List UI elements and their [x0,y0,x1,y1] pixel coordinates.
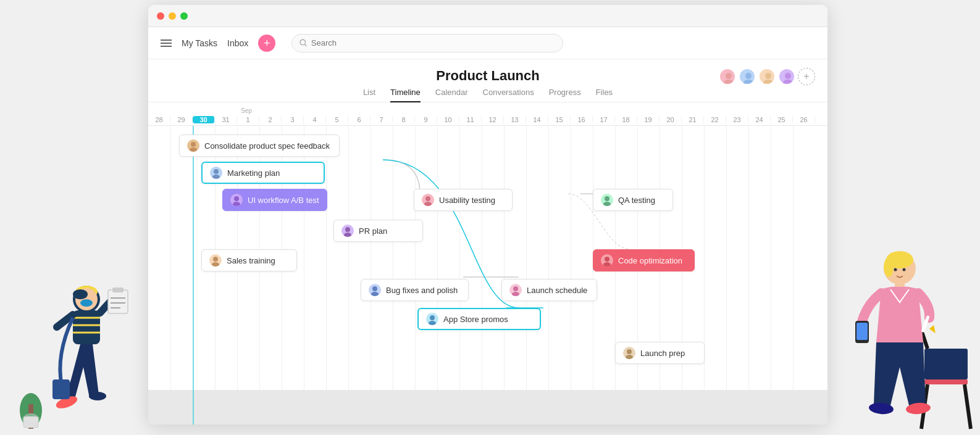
avatar[interactable] [758,68,776,85]
svg-point-8 [785,73,791,79]
svg-point-15 [233,202,240,206]
svg-point-26 [372,286,377,291]
svg-rect-45 [28,404,33,429]
task-usability-testing[interactable]: Usability testing [414,189,513,211]
svg-line-57 [57,315,73,327]
tab-conversations[interactable]: Conversations [483,88,534,102]
task-label: Sales training [227,256,275,265]
svg-point-20 [345,227,350,232]
task-launch-schedule[interactable]: Launch schedule [501,279,597,301]
date-cell: 21 [682,116,704,123]
close-button[interactable] [157,12,164,20]
svg-point-19 [603,202,611,206]
project-tabs: List Timeline Calendar Conversations Pro… [148,84,827,102]
svg-point-65 [89,392,106,400]
maximize-button[interactable] [180,12,188,20]
svg-rect-86 [856,323,868,340]
task-label: Code optimization [618,256,682,265]
app-nav: My Tasks Inbox + [148,27,827,59]
svg-point-14 [234,196,239,201]
task-pr-plan[interactable]: PR plan [333,220,423,242]
svg-point-48 [73,286,100,313]
svg-rect-47 [23,416,38,428]
avatar[interactable] [739,68,756,85]
date-cell: 28 [148,116,170,123]
task-label: Usability testing [439,196,495,205]
date-cell: 31 [215,116,237,123]
date-cell: 12 [482,116,504,123]
task-label: UI workflow A/B test [248,196,319,205]
search-input[interactable] [311,38,556,48]
task-label: QA testing [618,196,655,205]
svg-point-88 [905,402,931,415]
svg-point-24 [605,257,609,262]
svg-line-76 [921,384,928,429]
today-cell: 30 [193,116,215,123]
svg-point-30 [430,315,435,320]
svg-point-22 [213,257,218,262]
add-button[interactable]: + [258,35,275,52]
svg-rect-89 [921,315,929,333]
task-ui-workflow[interactable]: UI workflow A/B test [222,189,327,211]
tab-progress[interactable]: Progress [549,88,581,102]
floor [148,390,827,425]
svg-rect-74 [924,379,968,384]
date-cell: 22 [704,116,726,123]
task-qa-testing[interactable]: QA testing [593,189,673,211]
svg-point-28 [513,286,518,291]
date-cell: 25 [771,116,793,123]
svg-point-21 [344,233,351,237]
svg-point-9 [783,80,793,85]
avatar[interactable] [778,68,795,85]
svg-point-12 [214,169,219,174]
svg-point-82 [894,268,897,271]
svg-point-10 [191,142,196,147]
task-marketing-plan[interactable]: Marketing plan [201,162,325,184]
date-cell: 15 [548,116,571,123]
task-bug-fixes[interactable]: Bug fixes and polish [361,279,469,301]
gantt-grid: Consolidate product spec feedback Market… [148,126,827,425]
date-cell: 3 [282,116,304,123]
task-label: PR plan [359,226,387,236]
date-cell: 18 [615,116,637,123]
inbox-link[interactable]: Inbox [227,38,248,48]
svg-point-83 [903,268,906,271]
task-sales-training[interactable]: Sales training [201,249,297,271]
tab-list[interactable]: List [363,88,375,102]
minimize-button[interactable] [169,12,176,20]
my-tasks-link[interactable]: My Tasks [182,38,217,48]
task-launch-prep[interactable]: Launch prep [615,342,705,364]
tab-files[interactable]: Files [596,88,613,102]
svg-point-44 [20,393,42,428]
svg-point-32 [627,349,632,354]
svg-line-77 [965,384,971,429]
date-cell: 4 [304,116,326,123]
date-cell: 24 [748,116,771,123]
svg-marker-90 [929,325,936,333]
task-app-store-promos[interactable]: App Store promos [417,308,541,330]
add-team-member-button[interactable]: + [798,68,815,85]
svg-point-3 [724,80,734,85]
task-consolidate[interactable]: Consolidate product spec feedback [179,135,340,157]
task-code-optimization[interactable]: Code optimization [593,249,695,271]
date-cell: 10 [437,116,459,123]
tab-timeline[interactable]: Timeline [390,88,421,102]
avatar[interactable] [719,68,736,85]
svg-point-0 [300,39,306,45]
date-cell: 1 [237,116,259,123]
team-avatars: + [719,68,815,85]
search-bar[interactable] [291,34,563,52]
project-header: Product Launch + List Timeline Calendar … [148,59,827,106]
svg-point-46 [22,413,40,426]
svg-line-58 [100,299,112,313]
svg-point-79 [884,252,916,284]
task-label: App Store promos [443,315,508,324]
date-cell: 11 [459,116,482,123]
svg-point-52 [80,299,93,307]
svg-point-23 [212,262,219,267]
menu-icon[interactable] [161,39,172,47]
svg-point-51 [73,289,88,299]
svg-point-25 [603,262,611,267]
date-cell: 17 [593,116,615,123]
tab-calendar[interactable]: Calendar [435,88,468,102]
